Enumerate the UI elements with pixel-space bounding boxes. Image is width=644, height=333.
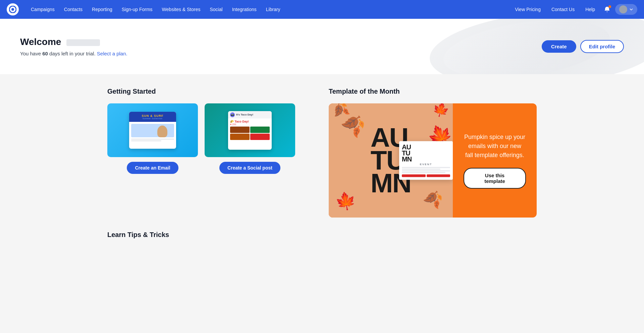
hero-section: Welcome You have 60 days left in your tr… (0, 19, 644, 74)
inner-body-lines (402, 167, 450, 173)
template-inner-preview: AUTUMN EVENT (399, 141, 453, 180)
username-blur (66, 39, 100, 46)
food-image-2 (250, 127, 270, 133)
social-mockup-name: It's Taco Day! (236, 113, 253, 116)
learn-tips-section: Learn Tips & Tricks (107, 231, 537, 239)
getting-started-section: Getting Started SUN & SURF Summer Collec… (107, 88, 315, 218)
getting-started-title: Getting Started (107, 88, 315, 95)
avatar-image (619, 5, 627, 13)
food-image-3 (230, 134, 250, 140)
email-mockup-body (129, 122, 176, 143)
app-logo[interactable] (7, 3, 19, 15)
nav-link-contact-us[interactable]: Contact Us (547, 5, 579, 14)
nav-link-campaigns[interactable]: Campaigns (27, 5, 59, 14)
template-month-title: Template of the Month (329, 88, 537, 95)
learn-tips-title: Learn Tips & Tricks (107, 231, 537, 239)
nav-link-contacts[interactable]: Contacts (60, 5, 87, 14)
main-content: Getting Started SUN & SURF Summer Collec… (87, 74, 557, 260)
email-preview-bg: SUN & SURF Summer Collection (107, 103, 198, 157)
nav-link-view-pricing[interactable]: View Pricing (511, 5, 545, 14)
notifications-bell[interactable] (602, 4, 612, 15)
social-mockup-content: 🌮 Taco Day! ♥233 (228, 118, 272, 141)
inner-line-2 (402, 169, 440, 170)
inner-autumn-text: AUTUMN (402, 144, 450, 162)
hero-title: Welcome (20, 37, 542, 47)
social-card-image: 📷 It's Taco Day! 🌮 Taco Day! ♥233 (205, 103, 295, 157)
template-month-section: Template of the Month 🍂 🍁 🍂 🍁 🍂 🍁 AUTUMN (329, 88, 537, 218)
hero-content: Welcome You have 60 days left in your tr… (20, 37, 542, 56)
inner-line-1 (402, 167, 450, 168)
nav-links-right: View Pricing Contact Us Help (511, 4, 637, 15)
getting-started-cards: SUN & SURF Summer Collection (107, 103, 315, 174)
svg-point-1 (11, 8, 14, 11)
create-social-post-button[interactable]: Create a Social post (219, 162, 280, 174)
navbar: Campaigns Contacts Reporting Sign-up For… (0, 0, 644, 19)
create-email-button[interactable]: Create an Email (127, 162, 178, 174)
social-likes: ♥233 (230, 123, 270, 126)
email-mockup: SUN & SURF Summer Collection (129, 112, 176, 149)
hero-trial-text: You have 60 days left in your trial. Sel… (20, 51, 542, 56)
select-plan-link[interactable]: Select a plan. (97, 51, 127, 56)
food-image-1 (230, 127, 250, 133)
nav-links-left: Campaigns Contacts Reporting Sign-up For… (27, 5, 511, 14)
autumn-leaf-4: 🍁 (334, 190, 358, 212)
inner-btn-2 (427, 175, 450, 177)
social-mockup-header: 📷 It's Taco Day! (228, 111, 272, 118)
use-template-button[interactable]: Use this template (464, 168, 526, 189)
email-card: SUN & SURF Summer Collection (107, 103, 198, 174)
inner-cta-buttons (402, 175, 450, 177)
food-image-4 (250, 134, 270, 140)
social-preview-bg: 📷 It's Taco Day! 🌮 Taco Day! ♥233 (205, 103, 295, 157)
email-card-image: SUN & SURF Summer Collection (107, 103, 198, 157)
template-card-info: Pumpkin spice up your emails with our ne… (453, 103, 537, 218)
edit-profile-button[interactable]: Edit profile (580, 40, 624, 53)
autumn-leaf-2: 🍁 (431, 103, 451, 120)
inner-line-4 (402, 172, 445, 173)
nav-link-integrations[interactable]: Integrations (228, 5, 261, 14)
inner-line-3 (402, 171, 450, 172)
social-card: 📷 It's Taco Day! 🌮 Taco Day! ♥233 (205, 103, 295, 174)
notification-dot (608, 5, 611, 8)
email-mockup-image (131, 124, 174, 137)
email-mockup-collection: SUN & SURF (142, 114, 163, 117)
autumn-bg: 🍂 🍁 🍂 🍁 🍂 🍁 AUTUMN AUTUMN EVENT (329, 103, 453, 218)
social-mockup: 📷 It's Taco Day! 🌮 Taco Day! ♥233 (228, 111, 272, 150)
two-col-layout: Getting Started SUN & SURF Summer Collec… (107, 88, 537, 218)
template-card: 🍂 🍁 🍂 🍁 🍂 🍁 AUTUMN AUTUMN EVENT (329, 103, 537, 218)
surfer-illustration (157, 126, 167, 137)
nav-link-help[interactable]: Help (581, 5, 599, 14)
autumn-leaf-5: 🍂 (422, 187, 445, 210)
taco-title: 🌮 Taco Day! (230, 120, 270, 123)
user-avatar-menu[interactable] (615, 4, 637, 15)
food-image-grid (230, 127, 270, 140)
instagram-icon: 📷 (230, 112, 235, 117)
inner-btn-1 (402, 175, 426, 177)
nav-link-library[interactable]: Library (262, 5, 284, 14)
chevron-down-icon (629, 7, 633, 11)
hero-actions: Create Edit profile (542, 40, 624, 53)
template-card-image: 🍂 🍁 🍂 🍁 🍂 🍁 AUTUMN AUTUMN EVENT (329, 103, 453, 218)
nav-link-signup-forms[interactable]: Sign-up Forms (118, 5, 157, 14)
template-description: Pumpkin spice up your emails with our ne… (464, 133, 526, 160)
create-button[interactable]: Create (542, 40, 576, 53)
email-mockup-header: SUN & SURF Summer Collection (129, 112, 176, 122)
inner-event-label: EVENT (402, 163, 450, 166)
nav-link-social[interactable]: Social (206, 5, 227, 14)
nav-link-websites-stores[interactable]: Websites & Stores (158, 5, 205, 14)
email-mockup-subtitle: Summer Collection (142, 117, 163, 120)
nav-link-reporting[interactable]: Reporting (88, 5, 116, 14)
